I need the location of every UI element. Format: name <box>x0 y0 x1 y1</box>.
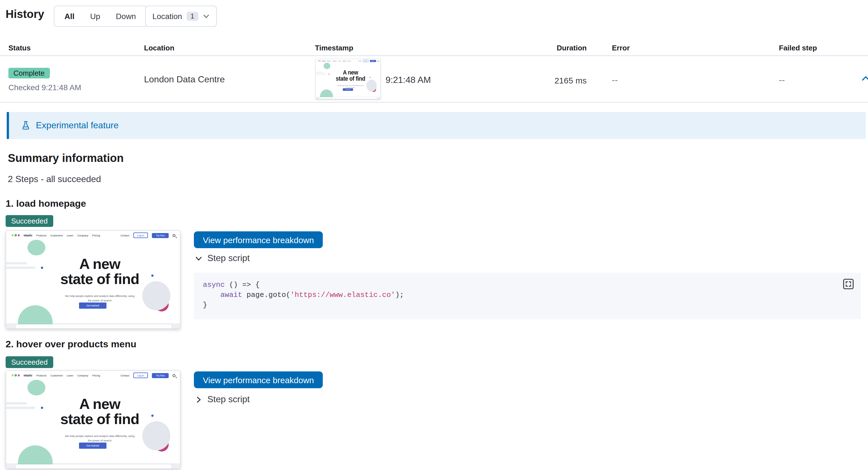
thumb-nav-item: Learn <box>338 60 341 61</box>
thumb-get-started-button: Get started <box>79 443 106 449</box>
filter-down-button[interactable]: Down <box>108 12 144 21</box>
page-title: History <box>6 8 44 21</box>
thumb-bottom-card <box>16 324 172 329</box>
thumb-brand-text: elastic <box>322 60 326 62</box>
elastic-logo-icon <box>12 234 20 237</box>
code-plain: () => { <box>225 281 260 289</box>
step-1-script-accordion[interactable]: Step script <box>195 253 250 263</box>
step-script-code: async () => { await page.goto('https://w… <box>194 273 861 318</box>
step-script-code-block: async () => { await page.goto('https://w… <box>194 273 861 319</box>
chevron-down-icon <box>195 255 202 262</box>
thumb-hero-subtext: We help people explore and analyze data … <box>13 434 180 443</box>
step-1-screenshot[interactable]: elastic Products Customers Learn Company… <box>6 230 180 329</box>
thumb-navbar: elastic Products Customers Learn Company… <box>316 59 380 63</box>
thumb-contact-link: Contact <box>121 234 129 237</box>
homepage-thumbnail: elastic Products Customers Learn Company… <box>315 59 380 99</box>
code-keyword: await <box>220 291 242 299</box>
thumb-nav-item: Learn <box>67 234 73 237</box>
location-filter-dropdown[interactable]: Location 1 <box>145 6 217 27</box>
thumb-contact-link: Contact <box>358 60 362 61</box>
thumb-nav-item: Learn <box>67 374 73 377</box>
summary-heading: Summary information <box>8 152 124 165</box>
col-header-error: Error <box>612 44 630 52</box>
col-header-failed-step: Failed step <box>779 44 817 52</box>
history-panel: History All Up Down Location 1 Status Lo… <box>0 0 868 470</box>
thumb-nav-item: Pricing <box>348 60 350 61</box>
search-icon <box>378 60 379 61</box>
elastic-logo-icon <box>12 375 20 376</box>
chevron-down-icon <box>203 13 209 20</box>
table-row-divider <box>0 102 868 102</box>
mint-circle-shape <box>27 240 45 255</box>
col-header-location: Location <box>144 44 174 52</box>
code-fullscreen-button[interactable] <box>843 278 854 290</box>
beaker-icon <box>21 121 30 130</box>
status-filter-group: All Up Down <box>54 6 147 27</box>
view-performance-breakdown-button[interactable]: View performance breakdown <box>194 231 323 248</box>
experimental-feature-label: Experimental feature <box>36 120 119 130</box>
thumb-nav-item: Pricing <box>92 234 100 237</box>
thumb-tryfree-button: Try free <box>152 373 169 378</box>
thumb-brand-text: elastic <box>24 374 32 377</box>
fullscreen-icon <box>843 278 854 290</box>
thumb-hero-subtext: We help people explore and analyze data … <box>13 294 180 303</box>
checked-time-label: Checked 9:21:48 AM <box>8 83 81 92</box>
thumb-get-started-button: Get started <box>79 303 106 309</box>
thumb-bottom-card <box>319 97 377 99</box>
thumb-nav-item: Products <box>327 60 331 61</box>
step-screenshot-thumbnail-mini[interactable]: elastic Products Customers Learn Company… <box>315 59 381 100</box>
step-1-status-badge: Succeeded <box>6 215 53 227</box>
collapse-row-button[interactable] <box>860 73 868 85</box>
location-cell: London Data Centre <box>144 74 225 85</box>
search-icon <box>173 234 176 237</box>
filter-up-button[interactable]: Up <box>82 12 108 21</box>
thumb-navbar: elastic Products Customers Learn Company… <box>6 231 180 240</box>
code-plain: ); <box>395 291 404 299</box>
chevron-up-icon <box>861 73 868 83</box>
step-2-title: 2. hover over products menu <box>6 339 136 350</box>
thumb-contact-link: Contact <box>121 374 129 377</box>
code-plain: } <box>203 301 207 310</box>
step-2-script-accordion[interactable]: Step script <box>195 395 250 404</box>
elastic-logo-icon <box>318 61 321 61</box>
table-header-divider <box>0 56 868 56</box>
filter-all-button[interactable]: All <box>57 12 82 21</box>
summary-steps-count: 2 Steps - all succeeded <box>8 174 101 184</box>
view-performance-breakdown-button[interactable]: View performance breakdown <box>194 371 323 388</box>
step-2-screenshot[interactable]: elastic Products Customers Learn Company… <box>6 370 180 469</box>
failed-step-cell: -- <box>779 75 785 85</box>
chevron-right-icon <box>195 396 202 403</box>
col-header-duration: Duration <box>546 44 587 52</box>
thumb-login-button: Log in <box>363 60 368 62</box>
col-header-status: Status <box>8 44 31 52</box>
error-cell: -- <box>612 75 618 85</box>
code-indent <box>203 291 220 299</box>
col-header-timestamp: Timestamp <box>315 44 353 52</box>
timestamp-cell: 9:21:48 AM <box>385 75 431 85</box>
mint-circle-shape <box>27 380 45 396</box>
search-icon <box>173 374 176 377</box>
step-1-title: 1. load homepage <box>6 198 86 210</box>
experimental-feature-callout: Experimental feature <box>7 112 866 139</box>
thumb-tryfree-button: Try free <box>152 233 169 238</box>
thumb-nav-item: Products <box>36 234 46 237</box>
thumb-hero-heading: A newstate of find <box>6 397 180 426</box>
thumb-nav-item: Company <box>77 374 88 377</box>
thumb-nav-item: Company <box>342 60 346 61</box>
thumb-tryfree-button: Try free <box>370 60 376 62</box>
status-badge: Complete <box>8 68 50 79</box>
thumb-nav-item: Pricing <box>92 374 100 377</box>
thumb-nav-item: Customers <box>51 234 63 237</box>
step-script-label: Step script <box>207 395 250 404</box>
thumb-login-button: Log in <box>133 373 148 378</box>
mint-circle-shape <box>323 63 330 69</box>
location-filter-label: Location <box>152 12 182 21</box>
step-2-status-badge: Succeeded <box>6 356 53 368</box>
thumb-hero-heading: A newstate of find <box>6 257 180 286</box>
thumb-hero-heading: A newstate of find <box>316 69 380 82</box>
duration-cell: 2165 ms <box>535 75 587 85</box>
code-plain: page.goto( <box>242 291 290 299</box>
location-count-badge: 1 <box>187 12 198 21</box>
thumb-nav-item: Customers <box>51 374 63 377</box>
thumb-nav-item: Company <box>77 234 88 237</box>
